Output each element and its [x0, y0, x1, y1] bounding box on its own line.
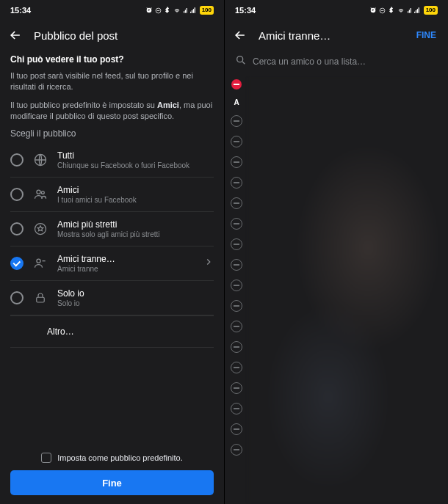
status-bar: 15:34 100: [0, 0, 224, 21]
page-title: Pubblico del post: [34, 29, 217, 42]
svg-rect-17: [410, 8, 411, 13]
set-default-label: Imposta come pubblico predefinito.: [57, 453, 183, 462]
svg-rect-20: [416, 9, 417, 13]
option-title: Tutti: [57, 150, 214, 161]
battery-badge: 100: [200, 6, 214, 15]
svg-point-9: [37, 191, 40, 194]
arrow-left-icon: [233, 28, 248, 43]
left-footer: Imposta come pubblico predefinito. Fine: [0, 445, 224, 504]
svg-rect-16: [408, 10, 409, 12]
svg-rect-7: [194, 7, 195, 13]
right-panel: 15:34 100 Amici tranne… FINE Cerca un am…: [224, 0, 448, 504]
signal1-icon: [184, 7, 188, 14]
arrow-left-icon: [8, 28, 23, 43]
option-public[interactable]: Tutti Chiunque su Facebook o fuori Faceb…: [10, 143, 214, 178]
svg-rect-5: [192, 10, 192, 13]
option-sub: Mostra solo agli amici più stretti: [57, 230, 214, 238]
alpha-header: A: [234, 98, 239, 106]
set-default-row[interactable]: Imposta come pubblico predefinito.: [10, 453, 214, 463]
selected-remove-icon[interactable]: [231, 79, 242, 90]
status-time: 15:34: [10, 6, 31, 15]
info-text-1: Il tuo post sarà visibile nel feed, sul …: [10, 70, 214, 92]
svg-point-10: [41, 191, 44, 194]
option-title: Solo io: [57, 288, 214, 299]
signal2-icon: [190, 7, 198, 14]
option-more[interactable]: Altro…: [10, 315, 214, 348]
svg-rect-19: [416, 10, 416, 13]
radio-checked[interactable]: [10, 257, 24, 270]
option-friends-except[interactable]: Amici tranne… Amici tranne: [10, 246, 214, 281]
done-action[interactable]: FINE: [412, 27, 441, 43]
remove-friend-button[interactable]: [231, 423, 242, 435]
remove-friend-button[interactable]: [231, 136, 242, 147]
svg-rect-3: [186, 8, 187, 13]
left-header: Pubblico del post: [0, 21, 224, 50]
back-button[interactable]: [232, 27, 248, 43]
remove-friend-button[interactable]: [231, 259, 242, 271]
option-only-me[interactable]: Solo io Solo io: [10, 281, 214, 315]
radio-unchecked[interactable]: [10, 291, 24, 304]
option-sub: Amici tranne: [57, 265, 195, 273]
friends-except-icon: [32, 255, 48, 271]
radio-unchecked[interactable]: [10, 188, 24, 201]
alarm-icon: [145, 7, 153, 14]
option-sub: Solo io: [57, 299, 214, 307]
remove-friend-button[interactable]: [231, 218, 242, 230]
svg-rect-2: [184, 10, 185, 12]
info-text-2: Il tuo pubblico predefinito è impostato …: [10, 100, 214, 122]
svg-point-12: [37, 260, 40, 263]
option-title: Amici più stretti: [57, 219, 214, 230]
friends-icon: [32, 186, 48, 202]
remove-friend-button[interactable]: [231, 403, 242, 414]
wifi-icon: [397, 7, 405, 14]
remove-friend-button[interactable]: [231, 115, 242, 127]
option-close-friends[interactable]: Amici più stretti Mostra solo agli amici…: [10, 212, 214, 246]
option-title: Amici: [57, 185, 214, 195]
search-icon: [235, 54, 247, 69]
option-title: Amici tranne…: [57, 254, 195, 264]
svg-rect-6: [192, 9, 193, 13]
remove-friend-button[interactable]: [231, 280, 242, 291]
remove-friend-button[interactable]: [231, 197, 242, 209]
svg-rect-13: [37, 298, 45, 303]
wifi-icon: [173, 7, 181, 14]
remove-friend-button[interactable]: [231, 300, 242, 312]
remove-friend-button[interactable]: [231, 382, 242, 394]
status-time: 15:34: [235, 6, 256, 15]
question-heading: Chi può vedere il tuo post?: [10, 54, 214, 65]
radio-unchecked[interactable]: [10, 222, 24, 235]
option-friends[interactable]: Amici I tuoi amici su Facebook: [10, 178, 214, 212]
left-content: Chi può vedere il tuo post? Il tuo post …: [0, 50, 224, 445]
signal2-icon: [414, 7, 422, 14]
remove-friend-button[interactable]: [231, 444, 242, 456]
chevron-right-icon: [203, 257, 214, 270]
remove-friend-button[interactable]: [231, 321, 242, 332]
status-bar: 15:34 100: [225, 0, 448, 21]
friend-list-blurred: [248, 76, 448, 504]
alarm-icon: [369, 7, 377, 14]
globe-icon: [32, 152, 48, 168]
bluetooth-icon: [164, 7, 170, 14]
svg-rect-18: [414, 12, 415, 13]
left-panel: 15:34 100 Pubblico del post Chi può vede…: [0, 0, 224, 504]
remove-friend-button[interactable]: [231, 156, 242, 168]
bluetooth-icon: [388, 7, 394, 14]
option-sub: Chiunque su Facebook o fuori Facebook: [57, 161, 214, 169]
done-button[interactable]: Fine: [10, 470, 214, 495]
remove-friend-button[interactable]: [231, 238, 242, 250]
dnd-icon: [155, 7, 162, 14]
back-button[interactable]: [7, 27, 24, 43]
checkbox-empty[interactable]: [41, 453, 51, 463]
lock-icon: [32, 290, 48, 306]
remove-friend-button[interactable]: [231, 362, 242, 373]
svg-rect-15: [408, 11, 408, 12]
search-bar[interactable]: Cerca un amico o una lista…: [225, 50, 448, 76]
radio-unchecked[interactable]: [10, 153, 24, 167]
remove-friend-button[interactable]: [231, 177, 242, 189]
search-placeholder: Cerca un amico o una lista…: [253, 56, 366, 67]
signal1-icon: [408, 7, 412, 14]
page-title: Amici tranne…: [259, 29, 402, 42]
choose-label: Scegli il pubblico: [10, 128, 214, 139]
battery-badge: 100: [424, 6, 438, 15]
remove-friend-button[interactable]: [231, 341, 242, 353]
